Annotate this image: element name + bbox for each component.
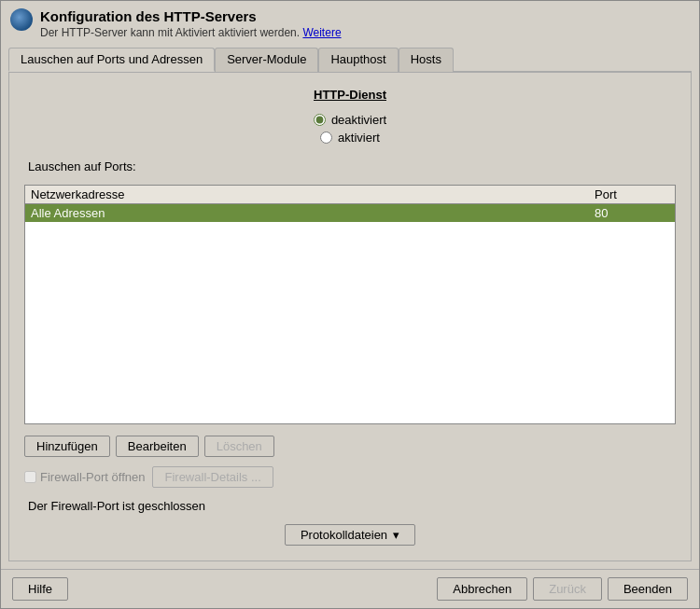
window-subtitle: Der HTTP-Server kann mit Aktiviert aktiv… bbox=[40, 26, 342, 39]
abbrechen-button[interactable]: Abbrechen bbox=[437, 577, 527, 601]
main-window: Konfiguration des HTTP-Servers Der HTTP-… bbox=[0, 0, 700, 609]
firewall-checkbox-label: Firewall-Port öffnen bbox=[40, 470, 145, 484]
app-icon bbox=[10, 8, 33, 31]
col-port: Port bbox=[595, 187, 669, 201]
title-bar-text: Konfiguration des HTTP-Servers Der HTTP-… bbox=[40, 8, 342, 39]
tab-hosts[interactable]: Hosts bbox=[399, 48, 454, 72]
firewall-row: Firewall-Port öffnen Firewall-Details ..… bbox=[24, 466, 676, 488]
content-area: HTTP-Dienst deaktiviert aktiviert Lausch… bbox=[8, 73, 692, 561]
tab-server-module[interactable]: Server-Module bbox=[215, 48, 318, 72]
bearbeiten-button[interactable]: Bearbeiten bbox=[116, 436, 199, 457]
tab-ports[interactable]: Lauschen auf Ports und Adressen bbox=[8, 48, 215, 72]
dropdown-row: Protokolldateien ▾ bbox=[24, 524, 676, 546]
weitere-link[interactable]: Weitere bbox=[302, 26, 341, 39]
tabs-bar: Lauschen auf Ports und Adressen Server-M… bbox=[8, 47, 692, 73]
title-bar: Konfiguration des HTTP-Servers Der HTTP-… bbox=[1, 1, 699, 43]
radio-aktiviert-label: aktiviert bbox=[338, 131, 380, 145]
protokolldateien-dropdown[interactable]: Protokolldateien ▾ bbox=[285, 524, 415, 546]
ports-label: Lauschen auf Ports: bbox=[28, 159, 676, 173]
section-title: HTTP-Dienst bbox=[24, 88, 676, 102]
radio-aktiviert-item[interactable]: aktiviert bbox=[320, 131, 380, 145]
tabs-container: Lauschen auf Ports und Adressen Server-M… bbox=[1, 47, 699, 73]
cell-address: Alle Adressen bbox=[31, 206, 595, 220]
table-row[interactable]: Alle Adressen 80 bbox=[25, 204, 675, 222]
hinzufuegen-button[interactable]: Hinzufügen bbox=[24, 436, 110, 457]
firewall-checkbox[interactable] bbox=[24, 471, 36, 483]
action-buttons: Hinzufügen Bearbeiten Löschen bbox=[24, 436, 676, 457]
firewall-details-button[interactable]: Firewall-Details ... bbox=[152, 466, 273, 488]
window-title: Konfiguration des HTTP-Servers bbox=[40, 8, 342, 24]
radio-deaktiviert-item[interactable]: deaktiviert bbox=[314, 113, 386, 127]
bottom-bar: Hilfe Abbrechen Zurück Beenden bbox=[1, 569, 699, 608]
loeschen-button[interactable]: Löschen bbox=[204, 436, 274, 457]
firewall-checkbox-item: Firewall-Port öffnen bbox=[24, 470, 145, 484]
col-netzwerkadresse: Netzwerkadresse bbox=[31, 187, 595, 201]
radio-deaktiviert-label: deaktiviert bbox=[331, 113, 386, 127]
tab-haupthost[interactable]: Haupthost bbox=[318, 48, 398, 72]
firewall-status: Der Firewall-Port ist geschlossen bbox=[28, 499, 676, 513]
table-header: Netzwerkadresse Port bbox=[25, 186, 675, 204]
zurueck-button[interactable]: Zurück bbox=[533, 577, 602, 601]
cell-port: 80 bbox=[595, 206, 669, 220]
radio-group: deaktiviert aktiviert bbox=[24, 113, 676, 145]
hilfe-button[interactable]: Hilfe bbox=[12, 577, 68, 601]
ports-table-container: Netzwerkadresse Port Alle Adressen 80 bbox=[24, 185, 676, 424]
dropdown-label: Protokolldateien bbox=[301, 528, 387, 542]
beenden-button[interactable]: Beenden bbox=[608, 577, 688, 601]
dropdown-arrow-icon: ▾ bbox=[393, 528, 399, 542]
table-body: Alle Adressen 80 bbox=[25, 204, 675, 409]
radio-deaktiviert[interactable] bbox=[314, 114, 326, 126]
radio-aktiviert[interactable] bbox=[320, 131, 332, 144]
bottom-right-buttons: Abbrechen Zurück Beenden bbox=[437, 577, 688, 601]
